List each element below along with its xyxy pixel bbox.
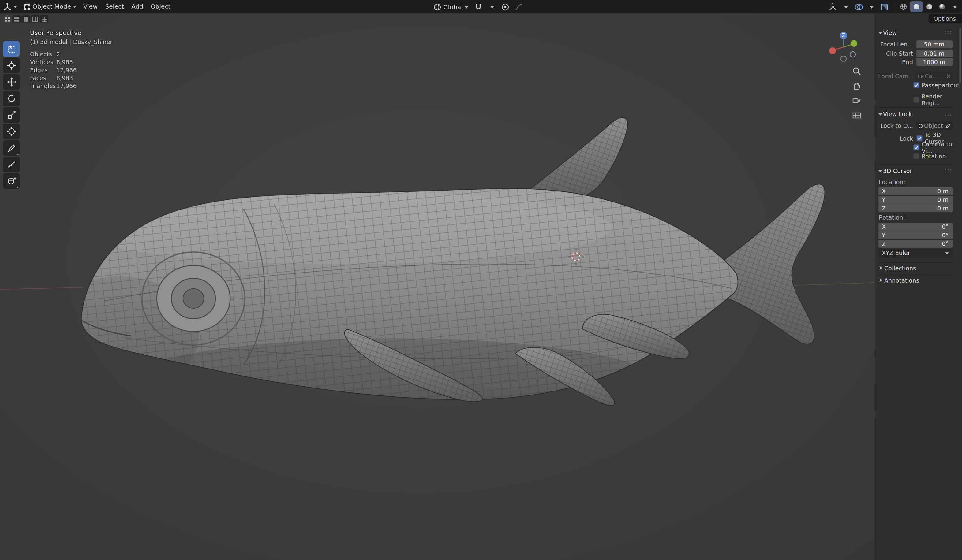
overlays-dropdown[interactable]: [865, 1, 878, 12]
collections-section-header[interactable]: Collections: [878, 262, 952, 273]
cursor-rotation-fields: X 0° Y 0° Z 0°: [878, 222, 952, 248]
tool-select-box[interactable]: [3, 41, 19, 57]
3d-cursor-title: 3D Cursor: [883, 167, 912, 174]
menu-view[interactable]: View: [79, 0, 101, 13]
drag-grip-icon[interactable]: [944, 31, 952, 35]
blender-window: Object Mode View Select Add Object Globa…: [0, 0, 962, 560]
close-icon[interactable]: [946, 74, 951, 78]
toolbar: [3, 41, 19, 189]
grid-small-icon: [5, 16, 10, 22]
passepartout-checkbox[interactable]: [913, 82, 919, 88]
snap-settings-dropdown[interactable]: [486, 1, 498, 12]
proportional-falloff-dropdown[interactable]: [513, 1, 525, 12]
cursor-rotation-y[interactable]: Y 0°: [878, 231, 952, 239]
clip-start-field[interactable]: 0.01 m: [916, 49, 952, 57]
annotations-section-header[interactable]: Annotations: [878, 274, 952, 285]
eyedropper-icon[interactable]: [945, 123, 951, 129]
shading-rendered-button[interactable]: [936, 1, 948, 12]
rotation-mode-dropdown[interactable]: XYZ Euler: [878, 249, 952, 257]
editor-type-button[interactable]: [0, 0, 20, 13]
display-mode-button[interactable]: [3, 15, 11, 23]
lock-rotation-label: Rotation: [922, 153, 946, 159]
menu-select[interactable]: Select: [101, 0, 128, 13]
object-mode-icon: [23, 3, 31, 10]
xray-toggle[interactable]: [878, 1, 890, 12]
lock-to-3d-cursor-checkbox[interactable]: [916, 135, 922, 141]
mode-selector[interactable]: Object Mode: [20, 0, 79, 13]
cursor-location-x[interactable]: X 0 m: [878, 187, 952, 195]
tool-rotate[interactable]: [3, 90, 19, 106]
orientation-globe-icon: [433, 3, 441, 11]
tool-cursor[interactable]: [3, 58, 19, 73]
subtool-indicator: [16, 54, 18, 56]
camera-to-view-checkbox[interactable]: [913, 144, 919, 150]
shading-dropdown[interactable]: [949, 1, 961, 12]
focal-length-field[interactable]: 50 mm: [916, 40, 952, 48]
tool-transform[interactable]: [3, 124, 19, 140]
display-mode-button[interactable]: [12, 15, 21, 23]
view-section-title: View: [883, 29, 897, 36]
check-icon: [917, 136, 922, 141]
proportional-editing-icon: [502, 3, 510, 11]
render-region-checkbox[interactable]: [913, 97, 919, 103]
tool-add-cube[interactable]: [3, 173, 19, 189]
show-gizmo-toggle[interactable]: [827, 1, 839, 12]
gizmo-negative-axis[interactable]: [850, 51, 855, 57]
cursor-rotation-x[interactable]: X 0°: [878, 222, 952, 230]
gizmo-x-axis[interactable]: [829, 47, 836, 54]
menu-object[interactable]: Object: [147, 0, 174, 13]
menu-add[interactable]: Add: [128, 0, 147, 13]
shading-material-button[interactable]: [923, 1, 935, 12]
camera-view-button[interactable]: [852, 95, 862, 106]
pan-button[interactable]: [852, 81, 862, 91]
options-panel-toggle[interactable]: Options: [929, 14, 962, 23]
proportional-editing-toggle[interactable]: [500, 1, 512, 12]
lock-to-object-field[interactable]: Object: [916, 122, 952, 130]
perspective-toggle-button[interactable]: [852, 110, 862, 121]
x-axis-line: [0, 288, 83, 289]
cursor-rotation-z[interactable]: Z 0°: [878, 240, 952, 248]
cursor-rotation-label: Rotation:: [879, 214, 952, 221]
wireframe-sphere-icon: [899, 3, 907, 10]
show-overlays-toggle[interactable]: [852, 1, 865, 12]
local-camera-field[interactable]: Ca...: [916, 72, 952, 80]
view-lock-title: View Lock: [883, 111, 912, 117]
tool-annotate[interactable]: [3, 140, 19, 156]
shading-wireframe-button[interactable]: [897, 1, 909, 12]
3d-viewport[interactable]: User Perspective (1) 3d model | Dusky_Sh…: [0, 13, 875, 560]
drag-grip-icon[interactable]: [944, 169, 952, 173]
snap-toggle-button[interactable]: [473, 1, 485, 12]
stat-row: Objects2: [30, 50, 112, 58]
shading-solid-button[interactable]: [910, 1, 922, 12]
drag-grip-icon[interactable]: [944, 112, 952, 116]
chevron-down-icon: [878, 32, 882, 34]
lock-rotation-checkbox[interactable]: [913, 153, 919, 159]
ortho-grid-icon: [852, 111, 861, 120]
display-mode-button[interactable]: [21, 15, 30, 23]
display-mode-button[interactable]: [31, 15, 39, 23]
gizmo-negative-axis[interactable]: [841, 56, 846, 61]
clip-end-field[interactable]: 1000 m: [916, 58, 952, 66]
view-lock-section-header[interactable]: View Lock: [878, 107, 952, 119]
tool-scale[interactable]: [3, 107, 19, 123]
gizmo-icon: [829, 3, 837, 11]
display-mode-button[interactable]: [40, 15, 48, 23]
gizmo-y-axis[interactable]: [851, 40, 857, 47]
cursor-location-y[interactable]: Y 0 m: [878, 195, 952, 203]
gizmo-dropdown[interactable]: [839, 1, 852, 12]
tool-move[interactable]: [3, 74, 19, 90]
clip-end-row: End 1000 m: [878, 58, 952, 66]
zoom-button[interactable]: [852, 66, 862, 76]
view-section-header[interactable]: View: [878, 28, 952, 37]
transform-orientation-dropdown[interactable]: Global: [430, 0, 471, 13]
3d-cursor-section-header[interactable]: 3D Cursor: [878, 164, 952, 175]
lock-to-object-label: Lock to O...: [878, 122, 916, 129]
navigation-gizmo[interactable]: Z: [828, 29, 859, 64]
tool-measure[interactable]: [3, 156, 19, 172]
subtool-indicator: [16, 153, 18, 155]
panel-scrollbar[interactable]: [959, 28, 961, 83]
measure-ruler-icon: [6, 160, 16, 169]
cursor-location-z[interactable]: Z 0 m: [878, 204, 952, 212]
camera-icon: [918, 74, 923, 79]
fish-eye: [142, 252, 245, 345]
